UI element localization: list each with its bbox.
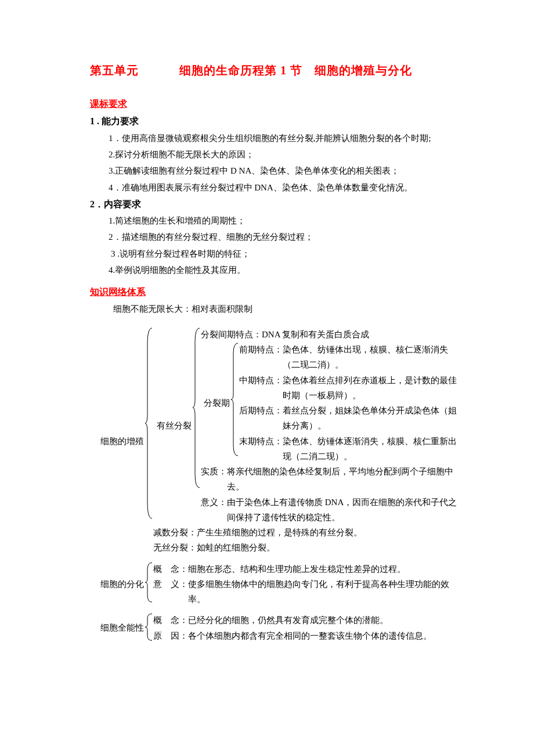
content-item: 1.简述细胞的生长和增殖的周期性； [90,214,464,228]
section-label: 细胞的生命历程第 1 节 细胞的增殖与分化 [179,64,412,77]
ability-item: 3.正确解读细胞有丝分裂过程中 D NA、染色体、染色单体变化的相关图表； [90,164,464,178]
toti-cause-line: 原 因： 各个体细胞内都含有完全相同的一整套该生物个体的遗传信息。 [153,628,464,643]
metaphase-line: 中期特点： 染色体着丝点排列在赤道板上，是计数的最佳时期（一板易辩）。 [239,373,464,404]
prophase-line: 前期特点： 染色体、纺锤体出现，核膜、核仁逐渐消失（二现二消）。 [239,342,464,373]
significance-line: 意义： 由于染色体上有遗传物质 DNA，因而在细胞的亲代和子代之间保持了遗传性状… [201,495,464,525]
interphase-line: 分裂间期特点：DNA 复制和有关蛋白质合成 [201,327,464,342]
brace-icon [145,327,153,520]
content-header: 2．内容要求 [90,197,464,212]
content-item: 4.举例说明细胞的全能性及其应用。 [90,263,464,278]
brace-icon [231,342,239,457]
prolif-label: 细胞的增殖 [90,327,145,556]
unit-label: 第五单元 [90,61,139,80]
mphase-label: 分裂期 [201,342,231,464]
diff-label: 细胞的分化 [90,561,145,607]
ability-item: 4．准确地用图表展示有丝分裂过程中 DNA、染色体、染色单体数量变化情况。 [90,181,464,195]
ability-item: 1．使用高倍显微镜观察根尖分生组织细胞的有丝分裂,并能辨认细胞分裂的各个时期; [90,131,464,146]
content-item: 2．描述细胞的有丝分裂过程、细胞的无丝分裂过程； [90,230,464,244]
amitosis-line: 无丝分裂：如蛙的红细胞分裂。 [153,540,464,555]
brace-icon [145,561,153,603]
page-title: 第五单元细胞的生命历程第 1 节 细胞的增殖与分化 [90,61,464,80]
brace-icon [193,327,201,489]
knowledge-tree: 细胞的增殖 有丝分裂 分裂间期特点：DNA 复制和有关蛋白质合成 分裂期 [90,327,464,643]
ability-header: 1 . 能力要求 [90,114,464,129]
content-item: 3 .说明有丝分裂过程各时期的特征； [90,247,464,261]
diff-concept-line: 概 念： 细胞在形态、结构和生理功能上发生稳定性差异的过程。 [153,561,464,577]
diff-significance-line: 意 义： 使多细胞生物体中的细胞趋向专门化，有利于提高各种生理功能的效率。 [153,577,464,607]
toti-label: 细胞全能性 [90,613,145,643]
telophase-line: 末期特点： 染色体、纺锤体逐渐消失，核膜、核仁重新出现（二消二现）。 [239,434,464,465]
knowledge-topline: 细胞不能无限长大：相对表面积限制 [90,302,464,316]
standards-header: 课标要求 [90,96,464,111]
mitosis-label: 有丝分裂 [153,327,193,525]
ability-item: 2.探讨分析细胞不能无限长大的原因； [90,147,464,162]
meiosis-line: 减数分裂：产生生殖细胞的过程，是特殊的有丝分裂。 [153,525,464,540]
knowledge-header: 知识网络体系 [90,285,464,300]
anaphase-line: 后期特点： 着丝点分裂，姐妹染色单体分开成染色体（姐妹分离）。 [239,403,464,434]
essence-line: 实质： 将亲代细胞的染色体经复制后，平均地分配到两个子细胞中去。 [201,464,464,495]
toti-concept-line: 概 念： 已经分化的细胞，仍然具有发育成完整个体的潜能。 [153,613,464,628]
brace-icon [145,613,153,642]
